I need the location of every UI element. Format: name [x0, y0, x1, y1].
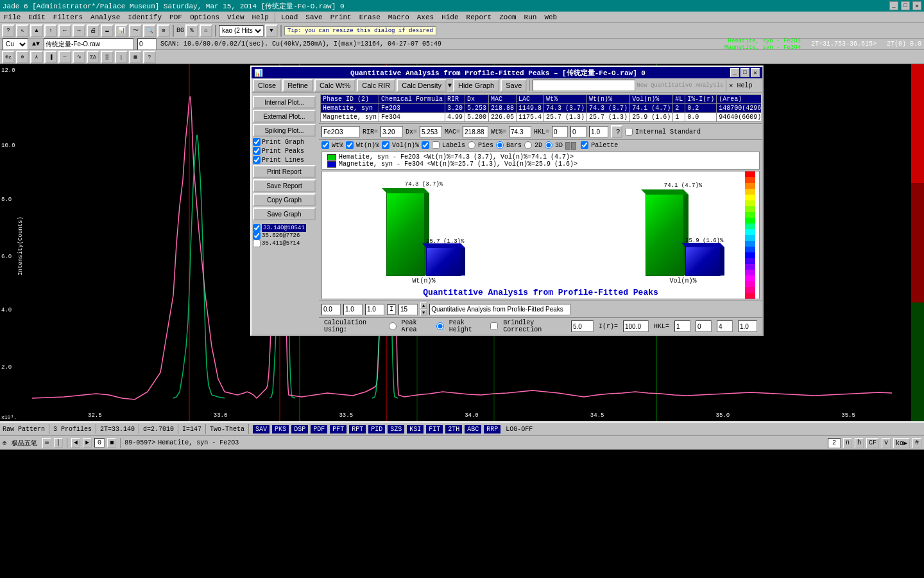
bottom-stop[interactable]: ■ — [107, 438, 116, 448]
menu-view[interactable]: View — [223, 13, 248, 22]
special-btn[interactable]: ⌂ — [200, 24, 212, 37]
next-color[interactable] — [571, 142, 576, 150]
peak-icon[interactable]: ∧ — [30, 51, 43, 64]
menu-print[interactable]: Print — [327, 13, 355, 22]
menu-analyse[interactable]: Analyse — [87, 13, 124, 22]
peak-area-radio[interactable] — [389, 322, 397, 330]
pks-btn[interactable]: PKS — [272, 425, 289, 434]
print-peaks-check[interactable]: Print Peaks — [253, 147, 318, 155]
internal-plot-button[interactable]: Internal Plot... — [253, 96, 316, 109]
menu-axes[interactable]: Axes — [413, 13, 438, 22]
close-button[interactable]: ✕ — [912, 1, 921, 10]
brindley-input[interactable] — [571, 320, 594, 332]
back-icon[interactable]: ← — [58, 24, 71, 37]
menu-zoom[interactable]: Zoom — [495, 13, 520, 22]
rir-input[interactable] — [381, 126, 403, 137]
print-lines-check[interactable]: Print Lines — [253, 156, 318, 164]
dx-input[interactable] — [420, 126, 442, 137]
cursor2-icon[interactable]: | — [115, 51, 128, 64]
bottom-title-input[interactable] — [429, 304, 570, 315]
hkl-v4[interactable] — [738, 320, 757, 332]
pdf-btn[interactable]: PDF — [311, 425, 327, 434]
quant-minimize-btn[interactable]: _ — [730, 68, 739, 77]
wtn-checkbox[interactable] — [346, 141, 354, 149]
fit-btn[interactable]: FIT — [426, 425, 443, 434]
hkl-input3[interactable] — [589, 126, 608, 137]
pid-btn[interactable]: PID — [368, 425, 385, 434]
title-bar-controls[interactable]: _ □ ✕ — [889, 1, 921, 10]
hash-btn[interactable]: # — [912, 438, 921, 448]
print-peaks-checkbox[interactable] — [253, 147, 261, 155]
dropdown-arrow[interactable]: ▼ — [265, 24, 278, 37]
menu-pdf[interactable]: PDF — [166, 13, 186, 22]
menu-filters[interactable]: Filters — [49, 13, 87, 22]
print-graph-checkbox[interactable] — [253, 138, 261, 146]
grid-icon[interactable]: ▦ — [129, 51, 142, 64]
element-select[interactable]: Cu — [3, 39, 28, 50]
menu-run[interactable]: Run — [520, 13, 541, 22]
zoom-out-icon[interactable]: ⊕z — [2, 51, 15, 64]
menu-erase[interactable]: Erase — [355, 13, 384, 22]
spiking-plot-button[interactable]: Spiking Plot... — [253, 124, 316, 137]
hkl-v2[interactable] — [696, 320, 712, 332]
quant-close-btn[interactable]: ✕ — [751, 68, 760, 77]
wave-icon[interactable]: 〜 — [129, 24, 142, 37]
maximize-button[interactable]: □ — [901, 1, 910, 10]
ref-icon[interactable]: ▒ — [101, 51, 114, 64]
calc-wt-button[interactable]: Calc Wt% — [314, 79, 355, 92]
line-icon[interactable]: ─ — [58, 51, 71, 64]
filename-input[interactable] — [44, 39, 133, 50]
scroll-up-icon[interactable]: ↑ — [44, 24, 57, 37]
save-button[interactable]: Save — [501, 79, 527, 92]
szs-btn[interactable]: SZS — [388, 425, 404, 434]
pies-radio[interactable] — [468, 141, 475, 149]
scan-num-input[interactable] — [137, 39, 157, 50]
refine-button[interactable]: Refine — [282, 79, 313, 92]
print-report-button[interactable]: Print Report — [253, 165, 316, 178]
brindley-checkbox[interactable] — [490, 322, 498, 330]
menu-options[interactable]: Options — [186, 13, 223, 22]
peak-height-radio[interactable] — [436, 322, 444, 330]
settings-icon[interactable]: ⚙ — [157, 24, 170, 37]
calc-rir-button[interactable]: Calc RIR — [357, 79, 395, 92]
internal-std-checkbox[interactable] — [625, 128, 633, 136]
wt-checkbox[interactable] — [321, 141, 329, 149]
h-btn[interactable]: h — [855, 438, 864, 448]
zoom-icon[interactable]: 🔍 — [143, 24, 156, 37]
print-lines-checkbox[interactable] — [253, 156, 261, 164]
peak-2-checkbox[interactable] — [253, 232, 261, 240]
abc-btn[interactable]: ABC — [465, 425, 481, 434]
3d-radio[interactable] — [545, 141, 552, 149]
menu-save[interactable]: Save — [302, 13, 326, 22]
table-row[interactable]: Hematite, syn Fe2O3 3.20 5.253 218.88 11… — [321, 104, 762, 113]
peak-1-checkbox[interactable] — [253, 224, 261, 232]
bar-icon[interactable]: ▬ — [101, 24, 114, 37]
quant-maximize-btn[interactable]: □ — [740, 68, 749, 77]
calc-density-button[interactable]: Calc Density — [397, 79, 447, 92]
ksi-btn[interactable]: KSI — [407, 425, 424, 434]
menu-edit[interactable]: Edit — [24, 13, 49, 22]
hkl-v3[interactable] — [717, 320, 733, 332]
kao-btn[interactable]: kα▶ — [893, 438, 910, 448]
up-icon[interactable]: ▲ — [30, 24, 43, 37]
hkl-input2[interactable] — [570, 126, 586, 137]
menu-report[interactable]: Report — [463, 13, 496, 22]
bottom-v3[interactable] — [365, 304, 384, 315]
help-icon[interactable]: ? — [2, 24, 15, 37]
menu-file[interactable]: File — [0, 13, 24, 22]
minimize-button[interactable]: _ — [889, 1, 898, 10]
spin-down[interactable]: ▼ — [420, 310, 427, 316]
color-nav[interactable] — [565, 142, 578, 148]
question-icon[interactable]: ? — [143, 51, 156, 64]
menu-identify[interactable]: Identify — [124, 13, 166, 22]
close-button[interactable]: Close — [253, 79, 281, 92]
menu-macro[interactable]: Macro — [384, 13, 413, 22]
log-btn[interactable]: LOG-OFF — [503, 425, 535, 434]
wave2-icon[interactable]: ∿ — [73, 51, 85, 64]
peak-item-3[interactable]: 35.411@5714 — [253, 240, 318, 247]
pft-btn[interactable]: PFT — [330, 425, 346, 434]
element-dropdown[interactable]: kao (2 Hits) — [219, 25, 264, 37]
rrp-btn[interactable]: RRP — [484, 425, 501, 434]
chart-icon[interactable]: 📊 — [115, 24, 128, 37]
save-graph-button[interactable]: Save Graph — [253, 207, 316, 220]
